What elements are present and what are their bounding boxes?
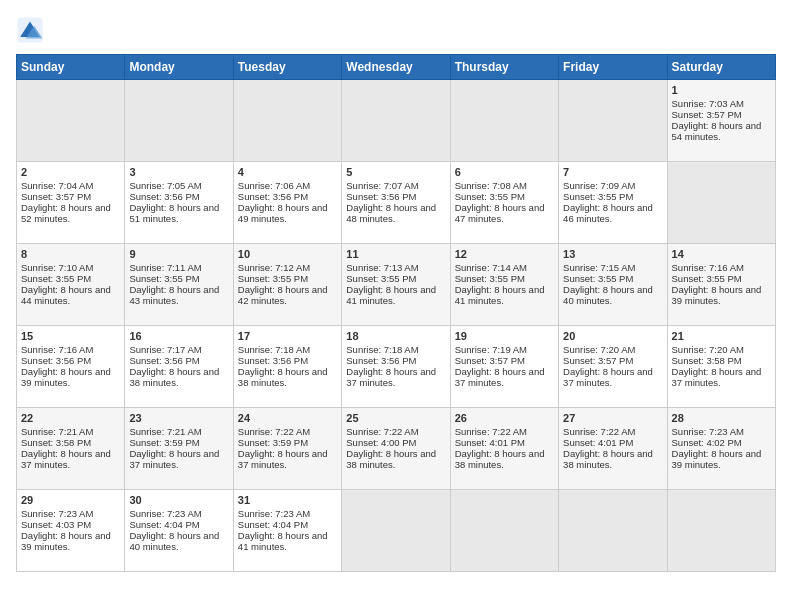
daylight: Daylight: 8 hours and 39 minutes. xyxy=(672,448,762,470)
sunset: Sunset: 3:57 PM xyxy=(21,191,91,202)
sunset: Sunset: 3:55 PM xyxy=(672,273,742,284)
sunset: Sunset: 3:57 PM xyxy=(672,109,742,120)
calendar-cell: 15Sunrise: 7:16 AMSunset: 3:56 PMDayligh… xyxy=(17,326,125,408)
day-number: 7 xyxy=(563,166,662,178)
daylight: Daylight: 8 hours and 37 minutes. xyxy=(672,366,762,388)
day-number: 26 xyxy=(455,412,554,424)
sunset: Sunset: 3:56 PM xyxy=(238,355,308,366)
daylight: Daylight: 8 hours and 39 minutes. xyxy=(21,366,111,388)
sunrise: Sunrise: 7:22 AM xyxy=(455,426,527,437)
day-header: Tuesday xyxy=(233,55,341,80)
sunrise: Sunrise: 7:09 AM xyxy=(563,180,635,191)
calendar-cell: 29Sunrise: 7:23 AMSunset: 4:03 PMDayligh… xyxy=(17,490,125,572)
sunrise: Sunrise: 7:19 AM xyxy=(455,344,527,355)
sunset: Sunset: 3:55 PM xyxy=(563,191,633,202)
daylight: Daylight: 8 hours and 49 minutes. xyxy=(238,202,328,224)
calendar-cell: 23Sunrise: 7:21 AMSunset: 3:59 PMDayligh… xyxy=(125,408,233,490)
calendar-cell: 16Sunrise: 7:17 AMSunset: 3:56 PMDayligh… xyxy=(125,326,233,408)
sunset: Sunset: 3:55 PM xyxy=(455,273,525,284)
calendar-cell xyxy=(559,80,667,162)
calendar-cell xyxy=(667,162,775,244)
header-row-days: SundayMondayTuesdayWednesdayThursdayFrid… xyxy=(17,55,776,80)
daylight: Daylight: 8 hours and 42 minutes. xyxy=(238,284,328,306)
day-number: 8 xyxy=(21,248,120,260)
sunrise: Sunrise: 7:10 AM xyxy=(21,262,93,273)
sunrise: Sunrise: 7:11 AM xyxy=(129,262,201,273)
calendar-week-row: 8Sunrise: 7:10 AMSunset: 3:55 PMDaylight… xyxy=(17,244,776,326)
day-header: Wednesday xyxy=(342,55,450,80)
daylight: Daylight: 8 hours and 41 minutes. xyxy=(455,284,545,306)
sunrise: Sunrise: 7:22 AM xyxy=(563,426,635,437)
daylight: Daylight: 8 hours and 54 minutes. xyxy=(672,120,762,142)
day-header: Monday xyxy=(125,55,233,80)
daylight: Daylight: 8 hours and 38 minutes. xyxy=(129,366,219,388)
sunrise: Sunrise: 7:13 AM xyxy=(346,262,418,273)
sunrise: Sunrise: 7:22 AM xyxy=(346,426,418,437)
day-number: 9 xyxy=(129,248,228,260)
sunset: Sunset: 3:59 PM xyxy=(238,437,308,448)
calendar-cell: 9Sunrise: 7:11 AMSunset: 3:55 PMDaylight… xyxy=(125,244,233,326)
sunset: Sunset: 4:01 PM xyxy=(455,437,525,448)
daylight: Daylight: 8 hours and 38 minutes. xyxy=(455,448,545,470)
header-row xyxy=(16,16,776,44)
daylight: Daylight: 8 hours and 37 minutes. xyxy=(238,448,328,470)
day-number: 5 xyxy=(346,166,445,178)
calendar-container: SundayMondayTuesdayWednesdayThursdayFrid… xyxy=(0,0,792,582)
calendar-cell xyxy=(17,80,125,162)
calendar-cell: 3Sunrise: 7:05 AMSunset: 3:56 PMDaylight… xyxy=(125,162,233,244)
day-number: 25 xyxy=(346,412,445,424)
calendar-cell: 19Sunrise: 7:19 AMSunset: 3:57 PMDayligh… xyxy=(450,326,558,408)
sunrise: Sunrise: 7:18 AM xyxy=(346,344,418,355)
logo xyxy=(16,16,48,44)
sunrise: Sunrise: 7:03 AM xyxy=(672,98,744,109)
day-number: 4 xyxy=(238,166,337,178)
daylight: Daylight: 8 hours and 37 minutes. xyxy=(346,366,436,388)
day-number: 22 xyxy=(21,412,120,424)
calendar-cell: 10Sunrise: 7:12 AMSunset: 3:55 PMDayligh… xyxy=(233,244,341,326)
day-number: 10 xyxy=(238,248,337,260)
day-header: Sunday xyxy=(17,55,125,80)
day-number: 11 xyxy=(346,248,445,260)
calendar-cell: 8Sunrise: 7:10 AMSunset: 3:55 PMDaylight… xyxy=(17,244,125,326)
calendar-cell: 18Sunrise: 7:18 AMSunset: 3:56 PMDayligh… xyxy=(342,326,450,408)
sunset: Sunset: 3:57 PM xyxy=(563,355,633,366)
sunset: Sunset: 3:55 PM xyxy=(21,273,91,284)
sunset: Sunset: 3:56 PM xyxy=(129,355,199,366)
calendar-cell: 6Sunrise: 7:08 AMSunset: 3:55 PMDaylight… xyxy=(450,162,558,244)
sunrise: Sunrise: 7:17 AM xyxy=(129,344,201,355)
day-number: 23 xyxy=(129,412,228,424)
calendar-cell: 20Sunrise: 7:20 AMSunset: 3:57 PMDayligh… xyxy=(559,326,667,408)
sunrise: Sunrise: 7:23 AM xyxy=(21,508,93,519)
day-number: 12 xyxy=(455,248,554,260)
calendar-table: SundayMondayTuesdayWednesdayThursdayFrid… xyxy=(16,54,776,572)
calendar-cell: 1Sunrise: 7:03 AMSunset: 3:57 PMDaylight… xyxy=(667,80,775,162)
calendar-cell: 11Sunrise: 7:13 AMSunset: 3:55 PMDayligh… xyxy=(342,244,450,326)
sunset: Sunset: 3:56 PM xyxy=(129,191,199,202)
calendar-cell: 28Sunrise: 7:23 AMSunset: 4:02 PMDayligh… xyxy=(667,408,775,490)
day-number: 1 xyxy=(672,84,771,96)
sunset: Sunset: 3:56 PM xyxy=(346,355,416,366)
sunrise: Sunrise: 7:20 AM xyxy=(672,344,744,355)
sunrise: Sunrise: 7:20 AM xyxy=(563,344,635,355)
daylight: Daylight: 8 hours and 48 minutes. xyxy=(346,202,436,224)
calendar-cell: 27Sunrise: 7:22 AMSunset: 4:01 PMDayligh… xyxy=(559,408,667,490)
day-number: 3 xyxy=(129,166,228,178)
calendar-week-row: 1Sunrise: 7:03 AMSunset: 3:57 PMDaylight… xyxy=(17,80,776,162)
sunset: Sunset: 4:01 PM xyxy=(563,437,633,448)
daylight: Daylight: 8 hours and 43 minutes. xyxy=(129,284,219,306)
calendar-cell: 4Sunrise: 7:06 AMSunset: 3:56 PMDaylight… xyxy=(233,162,341,244)
calendar-cell xyxy=(342,490,450,572)
day-number: 15 xyxy=(21,330,120,342)
sunrise: Sunrise: 7:18 AM xyxy=(238,344,310,355)
day-number: 29 xyxy=(21,494,120,506)
calendar-cell: 12Sunrise: 7:14 AMSunset: 3:55 PMDayligh… xyxy=(450,244,558,326)
calendar-cell xyxy=(233,80,341,162)
daylight: Daylight: 8 hours and 47 minutes. xyxy=(455,202,545,224)
sunrise: Sunrise: 7:07 AM xyxy=(346,180,418,191)
calendar-cell: 30Sunrise: 7:23 AMSunset: 4:04 PMDayligh… xyxy=(125,490,233,572)
sunrise: Sunrise: 7:08 AM xyxy=(455,180,527,191)
calendar-week-row: 22Sunrise: 7:21 AMSunset: 3:58 PMDayligh… xyxy=(17,408,776,490)
sunset: Sunset: 4:03 PM xyxy=(21,519,91,530)
sunset: Sunset: 3:55 PM xyxy=(455,191,525,202)
day-number: 30 xyxy=(129,494,228,506)
